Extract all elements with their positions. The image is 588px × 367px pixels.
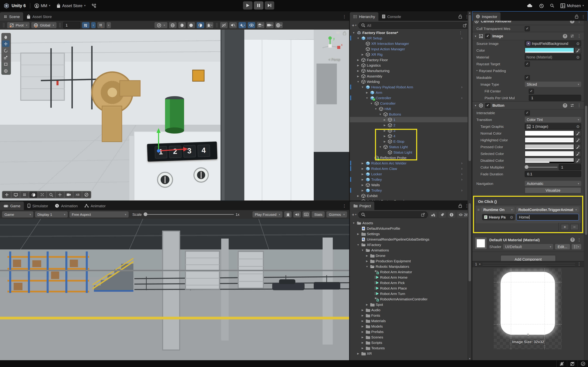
open-prefab-icon[interactable]: › [461, 36, 462, 40]
scale-slider[interactable] [143, 212, 234, 217]
ppu-input[interactable]: 1 [529, 95, 581, 101]
grid-size-field[interactable]: 1 [63, 22, 80, 29]
tab-scene[interactable]: Scene [0, 12, 23, 21]
hierarchy-row[interactable]: ▼Factory Floor Scene*⋮ [350, 30, 467, 35]
expand-icon[interactable]: ▶ [356, 69, 360, 72]
color-multiplier-slider[interactable] [525, 165, 557, 170]
panel-menu-icon[interactable]: ⋮ [581, 14, 585, 19]
rect-tool-button[interactable] [2, 61, 9, 67]
shading-unlit-button[interactable] [188, 22, 195, 28]
view-tool-button[interactable] [2, 34, 9, 40]
project-row[interactable]: UniversalRenderPipelineGlobalSettings [350, 236, 467, 242]
expand-icon[interactable]: ▶ [356, 352, 360, 355]
project-row[interactable]: Robot Arm Place [350, 285, 467, 291]
project-row[interactable]: ▶Prefabs [350, 329, 467, 334]
expand-icon[interactable]: ▶ [361, 341, 364, 344]
cache-status-button[interactable] [567, 360, 578, 367]
preset-icon[interactable] [570, 103, 574, 107]
shading-shadedwire-button[interactable] [178, 22, 186, 28]
hierarchy-row[interactable]: ▶Factory Floor [350, 57, 467, 63]
panel-menu-icon[interactable]: ⋮ [342, 203, 346, 208]
material-thumbnail[interactable] [475, 238, 487, 249]
shading-wireframe-button[interactable] [169, 22, 177, 28]
open-prefab-icon[interactable]: › [461, 167, 462, 171]
material-menu-icon[interactable]: ⋮ [577, 238, 581, 242]
expand-icon[interactable]: ▶ [361, 167, 364, 170]
expand-icon[interactable]: ▶ [356, 75, 360, 78]
pivot-dropdown[interactable]: Pivot▾ [7, 22, 30, 28]
expand-icon[interactable]: ▶ [383, 129, 387, 132]
game-view-dropdown[interactable]: Game▾ [2, 211, 33, 217]
project-row[interactable]: Robot Arm Turn [350, 291, 467, 296]
space-dropdown[interactable]: Global▾ [32, 22, 56, 28]
remove-event-button[interactable]: − [570, 224, 579, 230]
material-field[interactable]: None (Material)⊙ [525, 54, 581, 60]
color-swatch[interactable] [525, 144, 574, 150]
preview-header[interactable]: 1 ▾ ⋮ [472, 261, 584, 267]
project-row[interactable]: ▶Materials [350, 318, 467, 324]
open-search-window-icon[interactable] [463, 23, 467, 27]
expand-icon[interactable]: ▶ [361, 314, 364, 317]
interactable-checkbox[interactable]: ✓ [525, 110, 530, 115]
component-menu-icon[interactable]: ⋮ [577, 34, 581, 38]
version-control-button[interactable] [92, 3, 96, 8]
color-multiplier-input[interactable]: 1 [559, 164, 581, 170]
project-row[interactable]: ▶Production Equipment [350, 258, 467, 264]
game-audio-button[interactable] [294, 211, 301, 217]
project-row[interactable]: Robot Arm Animator [350, 269, 467, 275]
project-search-input[interactable] [358, 211, 428, 218]
scene-menu-icon[interactable]: ⋮ [459, 30, 462, 35]
expand-icon[interactable]: ▶ [361, 172, 364, 175]
material-list-button[interactable]: ▾ [572, 244, 581, 250]
ok-status-button[interactable] [578, 360, 588, 367]
history-icon[interactable] [539, 3, 544, 8]
overlay-shading-button[interactable] [29, 192, 37, 198]
collapse-icon[interactable]: ▼ [365, 265, 369, 268]
tab-hierarchy[interactable]: Hierarchy [350, 12, 378, 21]
eyedropper-button[interactable] [574, 137, 581, 143]
scene-viewport[interactable]: 1234 y x < Persp [0, 30, 349, 200]
expand-icon[interactable]: ▶ [361, 330, 364, 333]
toggle-2d-button[interactable]: 2D [220, 22, 228, 28]
grid-axis-button[interactable]: Y [82, 22, 89, 28]
step-button[interactable] [265, 1, 274, 9]
hierarchy-row[interactable]: ▼Buttons [350, 111, 467, 117]
expand-icon[interactable]: ▶ [361, 183, 364, 186]
collapse-icon[interactable]: ▼ [370, 102, 373, 105]
foldout-icon[interactable]: ▼ [474, 35, 477, 37]
hierarchy-row[interactable]: ▶Trolley› [350, 177, 467, 182]
hierarchy-row[interactable]: ▶Arm [350, 90, 467, 95]
project-row[interactable]: ▶Textures [350, 345, 467, 351]
visualize-button[interactable]: Visualize [525, 187, 581, 193]
expand-icon[interactable]: ▶ [383, 134, 387, 137]
inspector-scrollbar[interactable] [584, 21, 588, 360]
open-prefab-icon[interactable]: › [461, 96, 462, 100]
expand-icon[interactable]: ▶ [383, 124, 387, 127]
object-picker-icon[interactable]: ⊙ [576, 41, 579, 46]
collapse-icon[interactable]: ▼ [356, 36, 360, 40]
help-icon[interactable]: ? [570, 238, 575, 242]
overlay-paint-button[interactable] [38, 192, 46, 198]
hierarchy-row[interactable]: ▶Walls [350, 182, 467, 188]
overlay-zoom-button[interactable] [47, 192, 55, 198]
collapse-icon[interactable]: ▼ [352, 31, 355, 34]
hierarchy-row[interactable]: ▶Exhibit [350, 193, 467, 199]
button-enabled-checkbox[interactable]: ✓ [485, 103, 490, 108]
project-scrollbar[interactable]: ▼ [467, 200, 472, 360]
expand-icon[interactable]: ▶ [365, 91, 369, 94]
lock-icon[interactable] [343, 31, 346, 35]
preview-drag-grip[interactable] [483, 263, 575, 265]
expand-icon[interactable]: ▶ [365, 303, 369, 306]
expand-icon[interactable]: ▶ [361, 308, 364, 311]
tab-animator[interactable]: Animator [81, 201, 109, 210]
overlay-view-button[interactable] [12, 192, 20, 198]
pause-button[interactable] [254, 1, 263, 9]
hierarchy-row[interactable]: ▶Trolley› [350, 188, 467, 193]
maskable-checkbox[interactable]: ✓ [525, 75, 530, 80]
debug-dropdown[interactable]: ▾ [206, 22, 213, 28]
preview-menu-icon[interactable]: ⋮ [577, 262, 581, 267]
create-asset-button[interactable]: +▾ [352, 212, 356, 217]
lock-icon[interactable] [575, 14, 579, 19]
hierarchy-row[interactable]: ▼Welding [350, 79, 467, 84]
snap-button[interactable] [97, 22, 105, 28]
